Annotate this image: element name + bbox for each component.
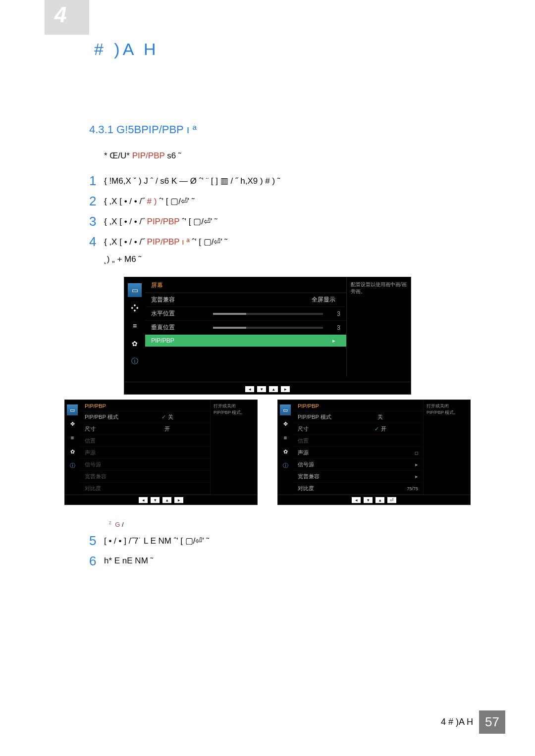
step-num: 2 bbox=[89, 194, 104, 209]
osd-row: 信号源 bbox=[80, 459, 210, 471]
footer-chapter: 4 # )A H bbox=[441, 717, 473, 727]
step-text: { !M6,X ˇ ) J ˆ / s6 K — Ø ˆ' ¨ [ ] ▥ / … bbox=[104, 173, 280, 186]
osd-row: 宽普兼容 bbox=[80, 471, 210, 483]
step-num: 3 bbox=[89, 214, 104, 229]
sidebar-icon-adjust[interactable] bbox=[128, 301, 142, 315]
step-num: 5 bbox=[89, 533, 104, 549]
osd-row[interactable]: 垂直位置 3 bbox=[145, 321, 346, 335]
osd-row[interactable]: PIP/PBP 模式 ✓关 bbox=[80, 411, 210, 423]
osd-title: PIP/PBP bbox=[80, 400, 210, 411]
osd-nav[interactable]: ◂▾▴▸ bbox=[124, 382, 411, 394]
osd-help: 配置设置以使用画中画/画旁画。 bbox=[346, 277, 411, 377]
osd-title: PIP/PBP bbox=[293, 400, 423, 411]
chapter-tab bbox=[45, 0, 89, 35]
intro-line: * Œ/U* PIP/PBP s6 ˜ bbox=[104, 151, 505, 161]
section-title: 4.3.1 G!5BPIP/PBP ı ª bbox=[89, 123, 505, 136]
step-num: 6 bbox=[89, 554, 104, 569]
nav-right-icon: ▸ bbox=[281, 386, 290, 392]
osd-row[interactable]: 尺寸 开 bbox=[80, 423, 210, 435]
step-5: 5 [ • / • ] /˝7˙ L E NM ˆ' [ ▢/⏎' ˜ bbox=[89, 533, 505, 549]
footer: 4 # )A H 57 bbox=[441, 710, 505, 734]
step-2: 2 { ,X [ • / • /˝ # ) ˆ' [ ▢/⏎' ˜ bbox=[89, 194, 505, 209]
step-text: { ,X [ • / • /˝ PIP/PBP ˆ' [ ▢/⏎' ˜ bbox=[104, 214, 217, 227]
osd-row[interactable]: 宽普兼容 ▸ bbox=[293, 471, 423, 483]
chapter-number: 4 bbox=[54, 2, 66, 27]
osd-sidebar: ▭ ≡ ✿ ⓘ bbox=[124, 277, 145, 377]
osd-row: 信置 bbox=[293, 435, 423, 447]
chapter-title: # )A H bbox=[94, 20, 505, 59]
sidebar-icon-list[interactable]: ≡ bbox=[67, 432, 78, 443]
osd-nav[interactable]: ◂▾▴⏎ bbox=[278, 495, 470, 504]
sidebar-icon-display[interactable]: ▭ bbox=[128, 283, 142, 297]
osd-row[interactable]: PIP/PBP 模式 关 bbox=[293, 411, 423, 423]
osd-main: ▭ ≡ ✿ ⓘ 屏幕 宽普兼容 全屏显示 水平位置 3 bbox=[124, 277, 411, 395]
osd-row-selected[interactable]: PIP/PBP ▸ bbox=[145, 335, 346, 347]
sidebar-icon-display[interactable]: ▭ bbox=[280, 404, 291, 415]
sublabel: ˛) „ + M6 ˜ bbox=[104, 254, 505, 264]
page-number: 57 bbox=[479, 710, 505, 734]
nav-up-icon: ▴ bbox=[269, 386, 278, 392]
osd-row[interactable]: 声源 ◻ bbox=[293, 447, 423, 459]
osd-row: 对比度 bbox=[80, 483, 210, 495]
step-text: [ • / • ] /˝7˙ L E NM ˆ' [ ▢/⏎' ˜ bbox=[104, 533, 209, 546]
sidebar-icon-adjust[interactable]: ✥ bbox=[280, 418, 291, 429]
osd-row[interactable]: 水平位置 3 bbox=[145, 307, 346, 321]
osd-help: 打开或关闭 PIP/PBP 模式。 bbox=[210, 400, 257, 495]
step-1: 1 { !M6,X ˇ ) J ˆ / s6 K — Ø ˆ' ¨ [ ] ▥ … bbox=[89, 173, 505, 189]
osd-row[interactable]: 尺寸 ✓开 bbox=[293, 423, 423, 435]
step-text: h* E nE NM ˜ bbox=[104, 554, 153, 566]
osd-row[interactable]: 宽普兼容 全屏显示 bbox=[145, 293, 346, 307]
osd-small-left: ▭ ✥ ≡ ✿ ⓘ PIP/PBP PIP/PBP 模式 ✓关 尺寸 开 bbox=[64, 400, 258, 505]
footnote: z G / bbox=[109, 520, 505, 528]
sidebar-icon-settings[interactable]: ✿ bbox=[67, 446, 78, 457]
osd-nav[interactable]: ◂▾▴▸ bbox=[65, 495, 257, 504]
sidebar-icon-list[interactable]: ≡ bbox=[128, 319, 142, 333]
sidebar-icon-settings[interactable]: ✿ bbox=[128, 337, 142, 351]
osd-row: 信置 bbox=[80, 435, 210, 447]
sidebar-icon-list[interactable]: ≡ bbox=[280, 432, 291, 443]
step-text: { ,X [ • / • /˝ PIP/PBP ı ª ˆ' [ ▢/⏎' ˜ bbox=[104, 234, 227, 247]
nav-left-icon: ◂ bbox=[245, 386, 254, 392]
osd-row[interactable]: 信号源 ▸ bbox=[293, 459, 423, 471]
sidebar-icon-display[interactable]: ▭ bbox=[67, 404, 78, 415]
step-num: 4 bbox=[89, 234, 104, 250]
osd-help: 打开或关闭 PIP/PBP 模式。 bbox=[423, 400, 470, 495]
osd-small-right: ▭ ✥ ≡ ✿ ⓘ PIP/PBP PIP/PBP 模式 关 尺寸 ✓开 bbox=[277, 400, 471, 505]
intro-colored: PIP/PBP bbox=[132, 151, 165, 160]
step-4: 4 { ,X [ • / • /˝ PIP/PBP ı ª ˆ' [ ▢/⏎' … bbox=[89, 234, 505, 250]
step-num: 1 bbox=[89, 173, 104, 189]
step-3: 3 { ,X [ • / • /˝ PIP/PBP ˆ' [ ▢/⏎' ˜ bbox=[89, 214, 505, 229]
sidebar-icon-info[interactable]: ⓘ bbox=[128, 354, 142, 368]
sidebar-icon-info[interactable]: ⓘ bbox=[280, 460, 291, 471]
intro-pre: * Œ/U* bbox=[104, 151, 132, 160]
nav-down-icon: ▾ bbox=[257, 386, 266, 392]
intro-post: s6 ˜ bbox=[167, 151, 181, 160]
osd-title: 屏幕 bbox=[145, 277, 346, 293]
osd-row: 声源 bbox=[80, 447, 210, 459]
sidebar-icon-adjust[interactable]: ✥ bbox=[67, 418, 78, 429]
sidebar-icon-settings[interactable]: ✿ bbox=[280, 446, 291, 457]
step-6: 6 h* E nE NM ˜ bbox=[89, 554, 505, 569]
sidebar-icon-info[interactable]: ⓘ bbox=[67, 460, 78, 471]
osd-row[interactable]: 对比度 75/75 bbox=[293, 483, 423, 495]
step-text: { ,X [ • / • /˝ # ) ˆ' [ ▢/⏎' ˜ bbox=[104, 194, 195, 206]
